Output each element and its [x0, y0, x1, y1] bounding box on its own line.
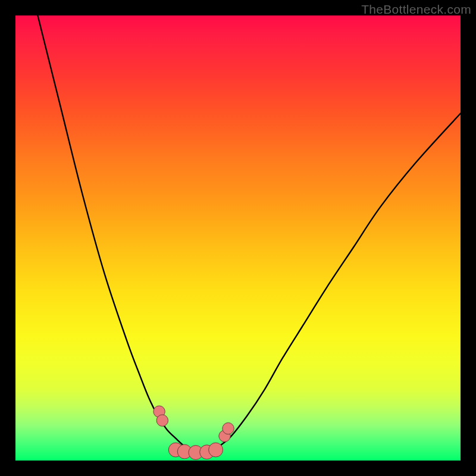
- bottleneck-curve: [37, 15, 461, 453]
- marker-left-lower: [156, 415, 168, 426]
- v-curve-path: [37, 15, 461, 453]
- marker-floor-right: [209, 443, 223, 457]
- plot-area: [15, 15, 461, 461]
- marker-layer: [154, 406, 234, 460]
- watermark-text: TheBottleneck.com: [361, 2, 471, 17]
- outer-frame: TheBottleneck.com: [0, 0, 476, 476]
- marker-right-upper: [223, 422, 234, 434]
- curve-layer: [15, 15, 461, 461]
